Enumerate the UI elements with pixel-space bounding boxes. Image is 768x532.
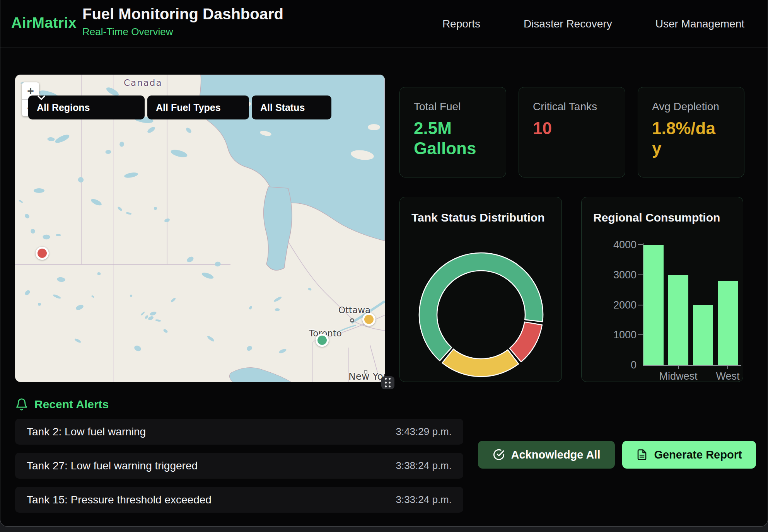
status-filter-select[interactable]: All Status xyxy=(252,95,331,119)
page-title: Fuel Monitoring Dashboard xyxy=(82,5,283,23)
bell-icon xyxy=(15,398,28,411)
y-axis-tick xyxy=(638,275,643,275)
new-york-town-icon xyxy=(364,370,367,373)
stat-card-total-fuel: Total Fuel 2.5M Gallons xyxy=(399,87,506,177)
consumption-bar xyxy=(668,275,688,365)
stat-value: 2.5M Gallons xyxy=(414,118,481,159)
y-axis-tick-label: 1000 xyxy=(590,329,637,341)
fuel-type-filter-value: All Fuel Types xyxy=(156,102,221,113)
alert-row[interactable]: Tank 27: Low fuel warning triggered 3:38… xyxy=(15,453,463,479)
y-axis-tick-label: 4000 xyxy=(590,239,637,251)
title-block: Fuel Monitoring Dashboard Real-Time Over… xyxy=(82,5,283,38)
x-axis-tick xyxy=(678,366,679,369)
stats-row: Total Fuel 2.5M Gallons Critical Tanks 1… xyxy=(399,87,744,177)
stat-value: 1.8%/day xyxy=(652,118,720,159)
y-axis-tick xyxy=(638,244,643,245)
main-nav: Reports Disaster Recovery User Managemen… xyxy=(442,0,744,48)
region-filter-value: All Regions xyxy=(37,102,90,113)
y-axis-tick xyxy=(638,305,643,305)
acknowledge-all-button[interactable]: Acknowledge All xyxy=(478,441,615,469)
bar-plot xyxy=(643,245,738,365)
tank-marker-normal[interactable] xyxy=(316,334,329,347)
y-axis-tick xyxy=(638,334,643,335)
alert-timestamp: 3:33:24 p.m. xyxy=(396,494,452,506)
app-logo: AirMatrix xyxy=(11,15,77,31)
dashboard-root: AirMatrix Fuel Monitoring Dashboard Real… xyxy=(0,0,768,527)
regional-consumption-bar-chart: 01000200030004000MidwestWest xyxy=(582,197,744,382)
nav-reports[interactable]: Reports xyxy=(442,18,480,30)
alert-message: Tank 2: Low fuel warning xyxy=(27,426,146,438)
stat-value: 10 xyxy=(533,118,601,138)
stat-label: Avg Depletion xyxy=(652,101,730,113)
tank-marker-warning[interactable] xyxy=(362,313,375,326)
stat-card-critical-tanks: Critical Tanks 10 xyxy=(519,87,625,177)
x-axis-tick xyxy=(727,366,728,369)
report-document-icon xyxy=(636,449,648,460)
stat-label: Critical Tanks xyxy=(533,101,611,113)
recent-alerts-title: Recent Alerts xyxy=(34,398,109,411)
tank-status-card: Tank Status Distribution xyxy=(399,197,562,382)
regional-consumption-card: Regional Consumption 01000200030004000Mi… xyxy=(581,197,743,382)
charts-row: Tank Status Distribution Regional Consum… xyxy=(399,197,743,382)
status-filter-value: All Status xyxy=(260,102,305,113)
y-axis-tick-label: 3000 xyxy=(590,269,637,281)
header: AirMatrix Fuel Monitoring Dashboard Real… xyxy=(0,0,768,48)
donut-segment xyxy=(510,322,542,362)
tank-marker-critical[interactable] xyxy=(36,247,49,260)
ottawa-town-icon xyxy=(350,318,354,322)
alert-timestamp: 3:38:24 p.m. xyxy=(396,460,452,472)
stat-card-avg-depletion: Avg Depletion 1.8%/day xyxy=(638,87,744,177)
generate-report-label: Generate Report xyxy=(654,448,742,461)
recent-alerts-header: Recent Alerts xyxy=(15,398,109,411)
fuel-type-filter-select[interactable]: All Fuel Types xyxy=(147,95,249,119)
map-panel: Canada Ottawa Toronto New York + − All R… xyxy=(15,75,385,382)
acknowledge-all-label: Acknowledge All xyxy=(511,448,601,461)
consumption-bar xyxy=(693,305,713,365)
alert-timestamp: 3:43:29 p.m. xyxy=(396,426,452,438)
x-axis-tick-label: West xyxy=(693,370,763,382)
alert-message: Tank 15: Pressure threshold exceeded xyxy=(27,494,212,506)
alert-row[interactable]: Tank 15: Pressure threshold exceeded 3:3… xyxy=(15,487,463,513)
map-resize-handle[interactable] xyxy=(381,376,394,389)
generate-report-button[interactable]: Generate Report xyxy=(622,441,756,469)
alert-row[interactable]: Tank 2: Low fuel warning 3:43:29 p.m. xyxy=(15,419,463,445)
map-canvas[interactable]: Canada Ottawa Toronto New York + − All R… xyxy=(15,75,385,382)
tank-status-donut-chart xyxy=(400,197,562,382)
consumption-bar xyxy=(718,281,738,365)
y-axis-tick-label: 2000 xyxy=(590,299,637,311)
page-subtitle: Real-Time Overview xyxy=(82,26,283,38)
nav-disaster-recovery[interactable]: Disaster Recovery xyxy=(524,18,612,30)
consumption-bar xyxy=(643,245,664,365)
stat-label: Total Fuel xyxy=(414,101,492,113)
chevron-down-icon xyxy=(38,95,45,100)
donut-segment xyxy=(442,349,519,377)
nav-user-management[interactable]: User Management xyxy=(655,18,744,30)
y-axis-tick-label: 0 xyxy=(590,359,637,371)
map-filters: All Regions All Fuel Types All Status xyxy=(28,95,331,119)
x-axis-line xyxy=(643,365,741,366)
map-label-canada: Canada xyxy=(124,78,162,88)
region-filter-select[interactable]: All Regions xyxy=(28,95,145,119)
alert-message: Tank 27: Low fuel warning triggered xyxy=(27,460,198,472)
check-circle-icon xyxy=(493,448,505,461)
